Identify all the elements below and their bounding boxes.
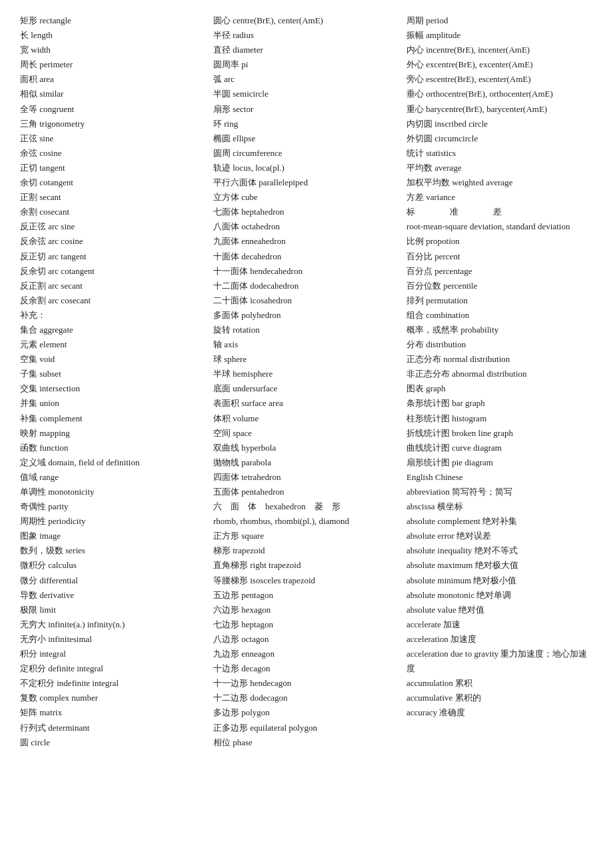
list-item: absolute error 绝对误差 [406,529,593,543]
list-item: 多边形 polygon [213,705,400,720]
list-item: 直角梯形 right trapezoid [213,558,400,573]
list-item: 正方形 square [213,529,400,543]
list-item: 扇形 sector [213,102,400,117]
list-item: 八面体 octahedron [213,219,400,234]
list-item: 球 sphere [213,352,400,367]
list-item: 复数 complex number [20,691,207,705]
list-item: 空集 void [20,352,207,367]
list-item: 反正割 arc secant [20,279,207,293]
list-item: 加权平均数 weighted average [406,175,593,190]
column-3: 周期 period振幅 amplitude内心 incentre(BrE), i… [406,13,593,721]
list-item: 十二边形 dodecagon [213,691,400,705]
list-item: 环 ring [213,117,400,131]
list-item: 概率，或然率 probability [406,323,593,337]
list-item: 余切 cotangent [20,175,207,190]
list-item: 外心 excentre(BrE), excenter(AmE) [406,57,593,72]
list-item: 微分 differential [20,573,207,588]
list-item: 扇形统计图 pie diagram [406,455,593,470]
list-item: 体积 volume [213,411,400,426]
list-item: 周期性 periodicity [20,514,207,529]
list-item: 面积 area [20,72,207,87]
list-item: 极限 limit [20,603,207,617]
list-item: accuracy 准确度 [406,705,593,720]
list-item: 相位 phase [213,735,400,750]
list-item: rhomb, rhombus, rhombi(pl.), diamond [213,514,400,529]
list-item: abscissa 横坐标 [406,499,593,514]
list-item: 半径 radius [213,28,400,43]
list-item: 比例 propotion [406,234,593,249]
list-item: acceleration due to gravity 重力加速度；地心加速度 [406,647,593,676]
list-item: 排列 permutation [406,293,593,308]
list-item: 反余割 arc cosecant [20,293,207,308]
list-item: 值域 range [20,470,207,485]
list-item: 反正弦 arc sine [20,219,207,234]
list-item: 百分点 percentage [406,264,593,279]
list-item: 表面积 surface area [213,396,400,411]
list-item: 行列式 determinant [20,721,207,735]
list-item: 三角 trigonometry [20,117,207,131]
list-item: 图象 image [20,529,207,543]
list-item: 圆周率 pi [213,57,400,72]
list-item: 分布 distribution [406,337,593,352]
list-item: 二十面体 icosahedron [213,293,400,308]
list-item: 圆周 circumference [213,146,400,161]
list-item: 正多边形 equilateral polygon [213,721,400,735]
list-item: 多面体 polyhedron [213,308,400,323]
list-item: 正弦 sine [20,131,207,146]
list-item: 六 面 体 hexahedron 菱 形 [213,499,400,514]
list-item: 半球 hemisphere [213,367,400,381]
list-item: 微积分 calculus [20,558,207,573]
list-item: 外切圆 circumcircle [406,131,593,146]
list-item: 条形统计图 bar graph [406,396,593,411]
list-item: 梯形 trapezoid [213,543,400,558]
list-item: 矩形 rectangle [20,13,207,28]
list-item: 宽 width [20,43,207,57]
list-item: 七面体 heptahedron [213,205,400,219]
list-item: 五边形 pentagon [213,588,400,603]
list-item: 轨迹 locus, loca(pl.) [213,161,400,175]
list-item: 百分位数 percentile [406,279,593,293]
list-item: 非正态分布 abnormal distribution [406,367,593,381]
list-item: 长 length [20,28,207,43]
list-item: 相似 similar [20,87,207,101]
list-item: 子集 subset [20,367,207,381]
list-item: 标 准 差 [406,205,593,219]
list-item: absolute monotonic 绝对单调 [406,588,593,603]
list-item: 曲线统计图 curve diagram [406,441,593,455]
list-item: 反余弦 arc cosine [20,234,207,249]
list-item: 数列，级数 series [20,543,207,558]
list-item: 函数 function [20,441,207,455]
list-item: 内切圆 inscribed circle [406,117,593,131]
main-columns: 矩形 rectangle长 length宽 width周长 perimeter面… [20,13,593,750]
list-item: accumulative 累积的 [406,691,593,705]
list-item: 六边形 hexagon [213,603,400,617]
list-item: 交集 intersection [20,381,207,396]
list-item: 弧 arc [213,72,400,87]
list-item: root-mean-square deviation, standard dev… [406,219,593,234]
list-item: 十二面体 dodecahedron [213,279,400,293]
list-item: 积分 integral [20,647,207,661]
list-item: 五面体 pentahedron [213,485,400,499]
list-item: 七边形 heptagon [213,617,400,632]
list-item: 十边形 decagon [213,661,400,676]
list-item: 导数 derivative [20,588,207,603]
column-2: 圆心 centre(BrE), center(AmE)半径 radius直径 d… [213,13,400,750]
list-item: 垂心 orthocentre(BrE), orthocenter(AmE) [406,87,593,101]
list-item: 并集 union [20,396,207,411]
list-item: English Chinese [406,470,593,485]
list-item: 余弦 cosine [20,146,207,161]
list-item: 旁心 escentre(BrE), escenter(AmE) [406,72,593,87]
list-item: 矩阵 matrix [20,705,207,720]
list-item: 正切 tangent [20,161,207,175]
list-item: 柱形统计图 histogram [406,411,593,426]
list-item: absolute inequality 绝对不等式 [406,543,593,558]
list-item: 无穷小 infinitesimal [20,632,207,647]
list-item: 百分比 percent [406,249,593,264]
list-item: accumulation 累积 [406,676,593,691]
list-item: 圆心 centre(BrE), center(AmE) [213,13,400,28]
list-item: 平均数 average [406,161,593,175]
list-item: 正态分布 normal distribution [406,352,593,367]
list-item: 不定积分 indefinite integral [20,676,207,691]
list-item: 空间 space [213,426,400,441]
list-item: 旋转 rotation [213,323,400,337]
